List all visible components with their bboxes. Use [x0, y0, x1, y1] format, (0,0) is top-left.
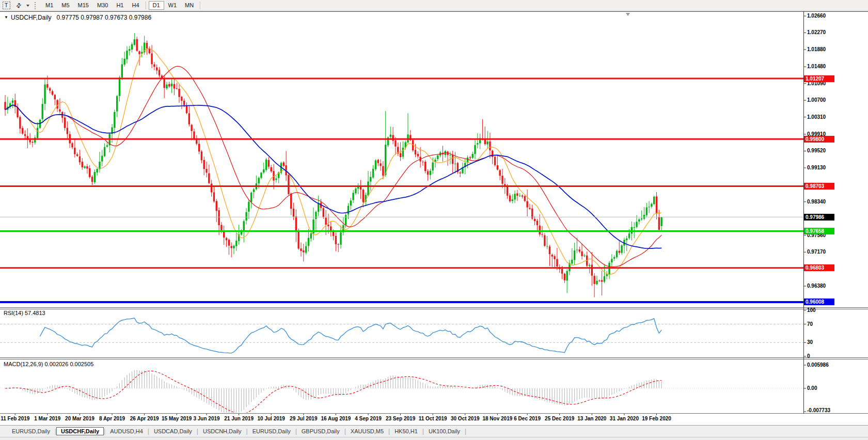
timeframe-button-m30[interactable]: M30 — [93, 1, 112, 10]
price-level-badge: 0.98703 — [804, 183, 834, 190]
timeframe-button-mn[interactable]: MN — [181, 1, 198, 10]
macd-axis-label: 0.00 — [807, 385, 817, 391]
date-axis-label: 1 Mar 2019 — [29, 416, 66, 421]
chart-tab-audusd-h4[interactable]: AUDUSD,H4 — [105, 427, 148, 435]
price-axis-label: 1.01480 — [807, 64, 826, 69]
date-axis-label: 21 Jun 2019 — [221, 416, 257, 421]
date-axis-border — [0, 413, 868, 414]
macd-axis-label: -0.007733 — [807, 407, 830, 413]
text-tool-button[interactable]: T — [1, 1, 12, 11]
date-axis-label: 4 Sep 2019 — [350, 416, 386, 421]
chart-title: ▼USDCHF,Daily0.97775 0.97987 0.97673 0.9… — [4, 14, 151, 21]
rsi-axis-label: 70 — [807, 321, 813, 327]
price-axis-label: 1.00310 — [807, 114, 826, 120]
timeframe-button-w1[interactable]: W1 — [164, 1, 181, 10]
rsi-panel[interactable] — [0, 309, 868, 357]
timeframe-button-m5[interactable]: M5 — [57, 1, 73, 10]
separator — [0, 359, 868, 359]
tile-windows-button[interactable]: ⇅ — [13, 1, 24, 11]
price-axis-label: 0.97170 — [807, 249, 826, 255]
date-axis-label: 8 Apr 2019 — [94, 416, 130, 421]
chart-tab-uk100-daily[interactable]: UK100,Daily — [424, 427, 465, 435]
timeframe-button-d1[interactable]: D1 — [149, 1, 164, 10]
timeframe-button-h4[interactable]: H4 — [128, 1, 143, 10]
price-axis-label: 1.02270 — [807, 29, 826, 35]
date-axis-label: 13 Jan 2020 — [574, 416, 610, 421]
chart-tab-xauusd-m5[interactable]: XAUUSD,M5 — [346, 427, 388, 435]
chart-tab-usdcad-daily[interactable]: USDCAD,Daily — [149, 427, 197, 435]
price-axis-label: 1.02660 — [807, 13, 826, 19]
price-axis-label: 0.98340 — [807, 199, 826, 205]
toolbar: T ⇅ M1M5M15M30H1H4D1W1MN — [0, 0, 868, 11]
rsi-axis-label: 30 — [807, 339, 813, 345]
toolbar-dropdown-caret[interactable] — [25, 1, 30, 10]
mt4-window: T ⇅ M1M5M15M30H1H4D1W1MN ▼USDCHF,Daily0.… — [0, 0, 868, 440]
timeframe-button-m1[interactable]: M1 — [41, 1, 57, 10]
rsi-axis-label: 100 — [807, 307, 816, 313]
macd-label: MACD(12,26,9) 0.002026 0.002505 — [4, 361, 93, 367]
macd-axis-label: 0.005986 — [807, 362, 829, 368]
chart-tab-usdcnh-daily[interactable]: USDCNH,Daily — [198, 427, 246, 435]
price-axis-border — [803, 11, 804, 414]
price-axis-label: 1.01880 — [807, 46, 826, 52]
date-axis-label: 11 Oct 2019 — [415, 416, 451, 421]
date-axis-label: 19 Feb 2020 — [639, 416, 675, 421]
date-axis-label: 23 Sep 2019 — [383, 416, 419, 421]
toolbar-grip[interactable] — [35, 2, 38, 9]
chart-shift-marker[interactable] — [626, 13, 630, 16]
price-axis-label: 0.99130 — [807, 165, 826, 170]
price-level-badge: 1.01207 — [804, 75, 834, 82]
text-tool-icon: T — [3, 2, 10, 9]
current-price-badge: 0.97986 — [804, 214, 834, 221]
timeframe-button-h1[interactable]: H1 — [112, 1, 128, 10]
toolbar-separator — [146, 2, 147, 9]
timeframe-group: M1M5M15M30H1H4D1W1MN — [41, 1, 203, 10]
date-axis-label: 31 Jan 2020 — [606, 416, 642, 421]
tab-separator: | — [465, 428, 466, 435]
chart-tab-hk50-h1[interactable]: HK50,H1 — [390, 427, 422, 435]
price-axis-label: 1.00700 — [807, 97, 826, 103]
chart-ohlc-values: 0.97775 0.97987 0.97673 0.97986 — [57, 14, 152, 21]
separator — [0, 309, 868, 309]
rsi-axis-label: 0 — [807, 353, 810, 359]
date-axis-label: 30 Oct 2019 — [447, 416, 483, 421]
chart-symbol: USDCHF,Daily — [11, 14, 52, 21]
price-axis-label: 0.99520 — [807, 148, 826, 153]
chart-tab-gbpusd-daily[interactable]: GBPUSD,Daily — [297, 427, 344, 435]
date-axis-label: 10 Jul 2019 — [253, 416, 289, 421]
chart-top-border — [0, 11, 868, 12]
macd-panel[interactable] — [0, 359, 868, 413]
date-axis-label: 3 Jun 2019 — [188, 416, 225, 421]
date-axis-label: 20 Mar 2019 — [61, 416, 98, 421]
chart-tab-usdchf-daily[interactable]: USDCHF,Daily — [56, 427, 104, 435]
date-axis-label: 25 Dec 2019 — [542, 416, 578, 421]
chevron-down-icon — [26, 5, 29, 7]
timeframe-button-m15[interactable]: M15 — [74, 1, 93, 10]
date-axis-label: 16 Aug 2019 — [318, 416, 354, 421]
status-bar — [0, 437, 868, 440]
chart-tab-eurusd-daily-2[interactable]: EURUSD,Daily — [248, 427, 295, 435]
toolbar-separator — [200, 2, 201, 9]
price-level-badge: 0.97658 — [804, 228, 834, 234]
arrows-icon: ⇅ — [14, 1, 23, 10]
rsi-label: RSI(14) 57.4813 — [4, 310, 45, 316]
date-axis-label: 11 Feb 2019 — [0, 416, 33, 421]
date-axis-label: 26 Apr 2019 — [127, 416, 163, 421]
price-level-badge: 0.99800 — [804, 136, 834, 143]
price-level-badge: 0.96008 — [804, 298, 834, 305]
price-axis-label: 0.96380 — [807, 283, 826, 289]
main-chart-panel[interactable] — [0, 11, 868, 308]
chart-tab-eurusd-daily-1[interactable]: EURUSD,Daily — [7, 427, 55, 435]
date-axis-label: 6 Dec 2019 — [509, 416, 545, 421]
symbol-dropdown-icon[interactable]: ▼ — [4, 15, 8, 20]
chart-tab-bar: EURUSD,Daily|USDCHF,Daily|AUDUSD,H4|USDC… — [0, 425, 868, 437]
price-level-badge: 0.96803 — [804, 264, 834, 271]
date-axis-label: 29 Jul 2019 — [286, 416, 322, 421]
